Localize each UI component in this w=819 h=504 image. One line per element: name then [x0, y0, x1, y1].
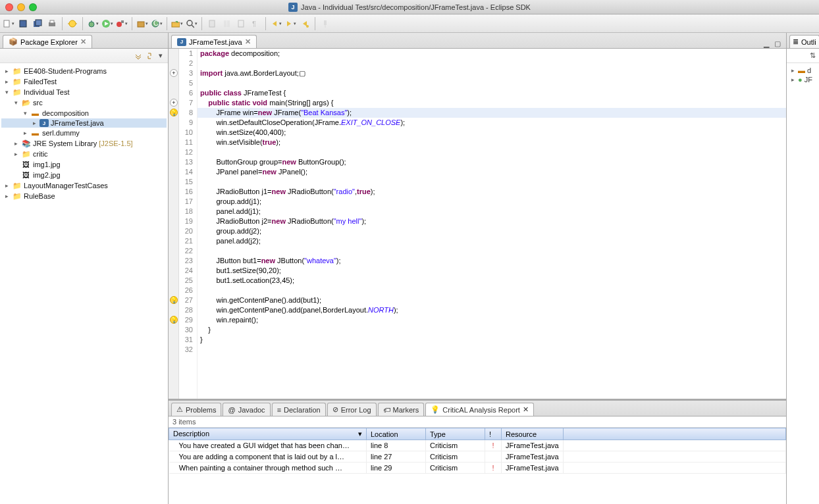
search-button[interactable]: ▾ — [185, 17, 198, 30]
save-button[interactable] — [16, 17, 30, 30]
analysis-table[interactable]: Description ▾LocationType!Resource You h… — [169, 428, 786, 474]
tree-item[interactable]: ▾📂src — [1, 97, 167, 108]
column-header[interactable]: Location — [367, 428, 426, 440]
code-line[interactable] — [198, 246, 786, 256]
close-icon[interactable]: ✕ — [523, 405, 529, 414]
tree-item[interactable]: 🖼img1.jpg — [1, 159, 167, 170]
lightbulb-icon[interactable]: 💡 — [170, 109, 178, 116]
code-line[interactable]: JPanel panel=new JPanel(); — [198, 167, 786, 177]
table-row[interactable]: When painting a container through method… — [169, 463, 786, 474]
print-button[interactable] — [45, 17, 59, 30]
outline-tree[interactable]: ▸▬d ▸●JF — [787, 63, 819, 504]
code-line[interactable]: JButton but1=new JButton("whateva"); — [198, 256, 786, 266]
bottom-tab[interactable]: @Javadoc — [223, 403, 270, 416]
code-line[interactable] — [198, 78, 786, 88]
code-line[interactable]: package decomposition; — [198, 49, 786, 59]
code-line[interactable] — [198, 59, 786, 68]
nav-back-button[interactable]: ▾ — [269, 17, 282, 30]
code-editor[interactable]: ++💡💡💡 1235678910111213141516171819202122… — [169, 49, 786, 399]
lightbulb-icon[interactable]: 💡 — [170, 296, 178, 304]
tree-item[interactable]: ▾▬decomposition — [1, 108, 167, 118]
bottom-tab[interactable]: ⊘Error Log — [327, 403, 377, 416]
code-line[interactable]: panel.add(j1); — [198, 207, 786, 216]
toggle-block-button[interactable] — [234, 17, 248, 30]
package-explorer-tree[interactable]: ▸📁EE408-Student-Programs▸📁FailedTest▾📁In… — [0, 63, 168, 504]
close-icon[interactable]: ✕ — [245, 38, 251, 46]
tree-item[interactable]: 🖼img2.jpg — [1, 170, 167, 180]
code-line[interactable]: JRadioButton j1=new JRadioButton("radio"… — [198, 187, 786, 197]
collapse-all-icon[interactable] — [134, 51, 143, 61]
maximize-view-icon[interactable]: ▢ — [773, 39, 782, 48]
tree-item[interactable]: ▸📚JRE System Library [J2SE-1.5] — [1, 138, 167, 149]
next-mark-button[interactable] — [220, 17, 233, 30]
code-line[interactable] — [198, 286, 786, 295]
outline-sort-icon[interactable]: ⇅ — [808, 51, 817, 61]
code-line[interactable]: group.add(j2); — [198, 226, 786, 236]
code-line[interactable]: win.setVisible(true); — [198, 138, 786, 147]
new-button[interactable]: ▾ — [2, 17, 15, 30]
show-whitespace-button[interactable]: ¶ — [249, 17, 262, 30]
code-line[interactable]: JRadioButton j2=new JRadioButton("my hel… — [198, 216, 786, 226]
table-row[interactable]: You are adding a component that is laid … — [169, 451, 786, 463]
tree-item[interactable]: ▸📁EE408-Student-Programs — [1, 66, 167, 76]
package-explorer-tab[interactable]: 📦 Package Explorer ✕ — [3, 35, 92, 48]
code-line[interactable]: } — [198, 335, 786, 345]
last-edit-button[interactable] — [298, 17, 311, 30]
bottom-tab[interactable]: ≡Declaration — [272, 403, 326, 416]
zoom-button[interactable] — [29, 3, 37, 11]
run-button[interactable]: ▾ — [101, 17, 114, 30]
bottom-tab[interactable]: ⚠Problems — [171, 403, 221, 416]
code-line[interactable]: JFrame win=new JFrame("Beat Kansas"); — [198, 108, 786, 118]
code-line[interactable]: panel.add(j2); — [198, 236, 786, 246]
code-line[interactable] — [198, 177, 786, 187]
tree-item[interactable]: ▸📁LayoutManagerTestCases — [1, 180, 167, 191]
editor-tab[interactable]: J JFrameTest.java ✕ — [171, 35, 257, 48]
fold-icon[interactable]: + — [170, 69, 178, 77]
column-header[interactable]: ! — [485, 428, 502, 440]
code-line[interactable]: but1.setSize(90,20); — [198, 266, 786, 276]
open-type-button[interactable]: ▾ — [171, 17, 184, 30]
code-line[interactable]: win.setSize(400,400); — [198, 128, 786, 138]
new-class-button[interactable]: C▾ — [150, 17, 163, 30]
column-header[interactable]: Description ▾ — [169, 428, 367, 440]
code-line[interactable]: import java.awt.BorderLayout;▢ — [198, 68, 786, 78]
bottom-tab[interactable]: 💡CriticAL Analysis Report ✕ — [425, 403, 534, 416]
debug-button[interactable]: ▾ — [86, 17, 99, 30]
close-button[interactable] — [5, 3, 13, 11]
tree-item[interactable]: ▸▬serl.dummy — [1, 128, 167, 138]
code-line[interactable]: public static void main(String[] args) { — [198, 98, 786, 108]
outline-tab[interactable]: ≣ Outli — [789, 35, 819, 48]
toggle-mark-button[interactable] — [205, 17, 219, 30]
tree-item[interactable]: ▸JJFrameTest.java — [1, 118, 167, 128]
tree-item[interactable]: ▸📁FailedTest — [1, 76, 167, 87]
code-line[interactable]: group.add(j1); — [198, 197, 786, 207]
column-header[interactable]: Type — [426, 428, 485, 440]
save-all-button[interactable] — [31, 17, 44, 30]
tree-item[interactable]: ▾📁Individual Test — [1, 87, 167, 97]
bottom-tab[interactable]: 🏷Markers — [378, 403, 425, 416]
ext-tools-button[interactable]: ▾ — [115, 17, 128, 30]
code-line[interactable]: public class JFrameTest { — [198, 88, 786, 98]
code-line[interactable]: win.setDefaultCloseOperation(JFrame.EXIT… — [198, 118, 786, 128]
code-line[interactable] — [198, 147, 786, 157]
minimize-button[interactable] — [17, 3, 25, 11]
code-line[interactable] — [198, 345, 786, 355]
fold-icon[interactable]: + — [170, 99, 178, 107]
minimize-view-icon[interactable]: ▁ — [762, 39, 771, 48]
code-line[interactable]: ButtonGroup group=new ButtonGroup(); — [198, 157, 786, 167]
code-line[interactable]: win.repaint(); — [198, 315, 786, 325]
code-line[interactable]: win.getContentPane().add(panel,BorderLay… — [198, 305, 786, 315]
close-icon[interactable]: ✕ — [80, 38, 86, 46]
table-row[interactable]: You have created a GUI widget that has b… — [169, 440, 786, 451]
tree-item[interactable]: ▸📁critic — [1, 149, 167, 159]
lightbulb-icon[interactable]: 💡 — [170, 316, 178, 324]
tree-item[interactable]: ▸📁RuleBase — [1, 191, 167, 201]
link-editor-icon[interactable] — [145, 51, 154, 61]
view-menu-icon[interactable]: ▾ — [156, 51, 165, 61]
column-header[interactable]: Resource — [502, 428, 564, 440]
critical-button[interactable] — [66, 17, 79, 30]
new-package-button[interactable]: ▾ — [136, 17, 149, 30]
pin-button[interactable] — [319, 17, 332, 30]
code-line[interactable]: but1.setLocation(23,45); — [198, 276, 786, 286]
code-line[interactable]: } — [198, 325, 786, 335]
